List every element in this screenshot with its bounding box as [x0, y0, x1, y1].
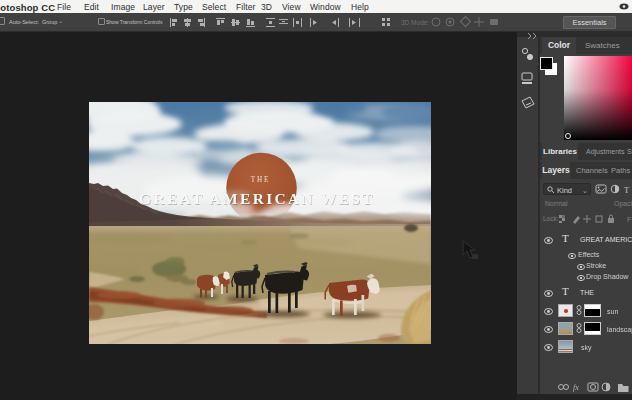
svg-text:GREAT AMERICAN WEST: GREAT AMERICAN WEST — [139, 190, 375, 207]
svg-text:fx: fx — [573, 383, 579, 392]
svg-text:T: T — [624, 185, 630, 195]
svg-text:3D Mode:: 3D Mode: — [401, 19, 429, 26]
svg-text:THE: THE — [251, 176, 270, 184]
